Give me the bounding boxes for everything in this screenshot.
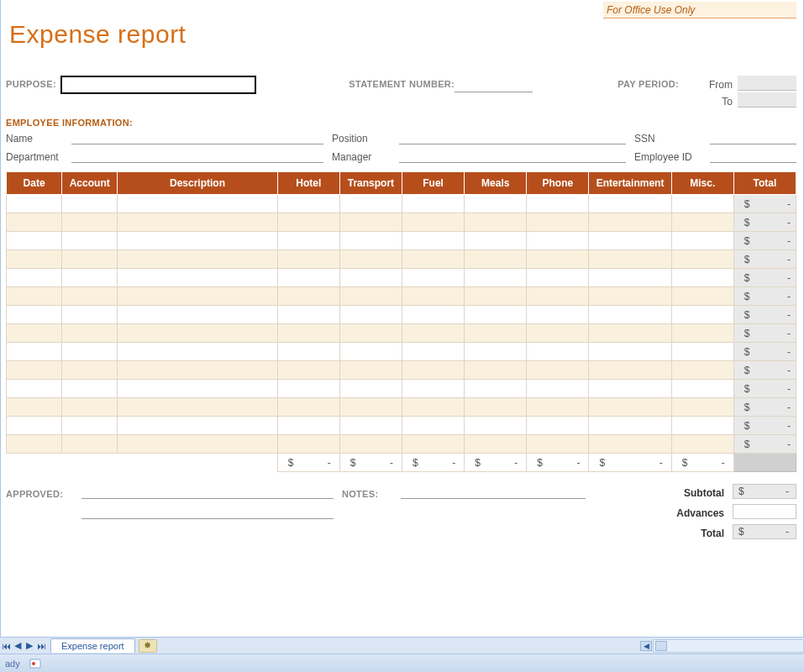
cell[interactable] <box>62 435 118 454</box>
cell[interactable] <box>277 195 339 213</box>
cell[interactable] <box>339 213 402 232</box>
cell[interactable] <box>671 232 733 250</box>
cell[interactable] <box>671 343 733 361</box>
cell[interactable] <box>527 435 589 454</box>
cell[interactable] <box>527 343 589 361</box>
cell[interactable] <box>118 380 277 398</box>
cell[interactable] <box>62 398 118 417</box>
cell[interactable] <box>402 213 464 232</box>
cell[interactable] <box>671 287 733 306</box>
cell[interactable] <box>402 380 464 398</box>
cell[interactable] <box>339 417 402 435</box>
position-input[interactable] <box>399 131 626 144</box>
cell[interactable] <box>465 435 527 454</box>
cell[interactable] <box>62 287 118 306</box>
tab-nav-next-icon[interactable]: ▶ <box>24 639 35 653</box>
cell[interactable] <box>118 306 277 324</box>
cell[interactable] <box>7 287 62 306</box>
cell[interactable] <box>465 398 527 417</box>
cell[interactable] <box>527 324 589 343</box>
cell[interactable] <box>589 324 671 343</box>
cell[interactable] <box>402 324 464 343</box>
cell[interactable] <box>62 232 118 250</box>
cell[interactable] <box>465 324 527 343</box>
cell[interactable] <box>339 324 402 343</box>
cell[interactable] <box>402 269 464 287</box>
scroll-thumb[interactable] <box>655 641 667 651</box>
cell[interactable] <box>465 287 527 306</box>
cell[interactable] <box>62 269 118 287</box>
cell[interactable] <box>7 417 62 435</box>
cell[interactable] <box>527 213 589 232</box>
cell[interactable] <box>118 398 277 417</box>
cell[interactable] <box>589 380 671 398</box>
cell[interactable] <box>527 232 589 250</box>
cell[interactable] <box>339 250 402 269</box>
cell[interactable] <box>339 398 402 417</box>
cell[interactable] <box>118 213 277 232</box>
sheet-tab-expense-report[interactable]: Expense report <box>50 638 135 653</box>
cell[interactable] <box>7 213 62 232</box>
cell[interactable] <box>118 232 277 250</box>
cell[interactable] <box>118 361 277 380</box>
cell[interactable] <box>527 417 589 435</box>
scroll-left-icon[interactable]: ◀ <box>640 641 652 651</box>
cell[interactable] <box>339 343 402 361</box>
cell[interactable] <box>465 380 527 398</box>
cell[interactable] <box>7 269 62 287</box>
cell[interactable] <box>465 361 527 380</box>
cell[interactable] <box>465 417 527 435</box>
cell[interactable] <box>277 287 339 306</box>
cell[interactable] <box>402 306 464 324</box>
cell[interactable] <box>118 343 277 361</box>
cell[interactable] <box>671 380 733 398</box>
ssn-input[interactable] <box>710 131 796 144</box>
cell[interactable] <box>118 324 277 343</box>
cell[interactable] <box>62 324 118 343</box>
cell[interactable] <box>62 361 118 380</box>
cell[interactable] <box>589 213 671 232</box>
cell[interactable] <box>671 435 733 454</box>
cell[interactable] <box>339 380 402 398</box>
cell[interactable] <box>277 343 339 361</box>
macro-record-icon[interactable] <box>29 657 42 670</box>
horizontal-scrollbar[interactable]: ◀ ▶ <box>653 639 804 653</box>
cell[interactable] <box>527 306 589 324</box>
cell[interactable] <box>118 287 277 306</box>
cell[interactable] <box>589 195 671 213</box>
cell[interactable] <box>118 250 277 269</box>
cell[interactable] <box>7 380 62 398</box>
cell[interactable] <box>339 306 402 324</box>
cell[interactable] <box>402 361 464 380</box>
cell[interactable] <box>589 435 671 454</box>
statement-number-input[interactable] <box>455 79 533 92</box>
cell[interactable] <box>527 380 589 398</box>
cell[interactable] <box>671 417 733 435</box>
department-input[interactable] <box>71 150 323 163</box>
cell[interactable] <box>118 435 277 454</box>
new-sheet-button[interactable]: ✸ <box>139 639 157 653</box>
name-input[interactable] <box>71 131 323 144</box>
notes-input[interactable] <box>401 486 586 499</box>
cell[interactable] <box>465 232 527 250</box>
tab-nav-last-icon[interactable]: ⏭ <box>35 639 47 653</box>
cell[interactable] <box>62 213 118 232</box>
cell[interactable] <box>277 213 339 232</box>
cell[interactable] <box>62 195 118 213</box>
cell[interactable] <box>465 306 527 324</box>
cell[interactable] <box>7 398 62 417</box>
advances-value[interactable] <box>733 504 796 519</box>
cell[interactable] <box>465 213 527 232</box>
cell[interactable] <box>62 417 118 435</box>
cell[interactable] <box>277 232 339 250</box>
cell[interactable] <box>402 417 464 435</box>
tab-nav-prev-icon[interactable]: ◀ <box>12 639 24 653</box>
manager-input[interactable] <box>399 150 626 163</box>
to-input[interactable] <box>738 92 796 108</box>
cell[interactable] <box>527 195 589 213</box>
cell[interactable] <box>339 361 402 380</box>
cell[interactable] <box>465 195 527 213</box>
cell[interactable] <box>465 250 527 269</box>
cell[interactable] <box>7 361 62 380</box>
cell[interactable] <box>589 250 671 269</box>
